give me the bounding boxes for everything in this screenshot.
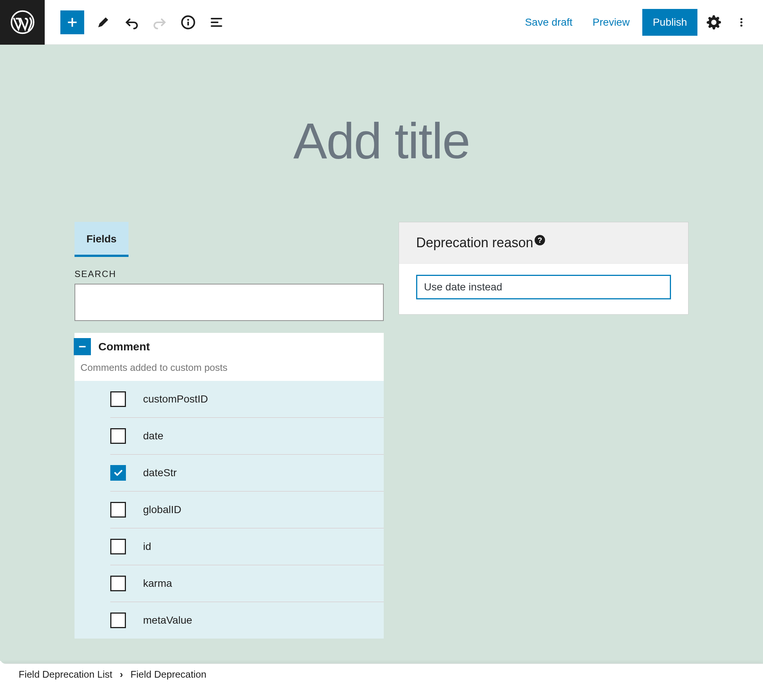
redo-icon xyxy=(152,15,167,30)
post-title-area[interactable]: Add title xyxy=(0,45,763,222)
svg-rect-6 xyxy=(79,346,86,347)
add-block-button[interactable] xyxy=(60,11,84,34)
field-group-description: Comments added to custom posts xyxy=(75,359,384,381)
field-checkbox[interactable] xyxy=(110,576,126,591)
deprecation-reason-input[interactable] xyxy=(416,275,671,299)
breadcrumb-current[interactable]: Field Deprecation xyxy=(130,669,207,680)
toolbar-left-group xyxy=(45,11,226,34)
gear-icon xyxy=(706,14,722,30)
save-draft-button[interactable]: Save draft xyxy=(517,9,580,36)
blocks-row: Fields SEARCH Comment Comments added to … xyxy=(0,222,763,639)
field-label: date xyxy=(143,430,163,442)
svg-point-2 xyxy=(187,19,189,20)
field-checkbox[interactable] xyxy=(110,391,126,407)
list-item: dateStr xyxy=(110,454,384,491)
collapse-toggle[interactable] xyxy=(74,338,91,355)
field-label: globalID xyxy=(143,504,182,516)
list-item: metaValue xyxy=(110,602,384,639)
field-label: customPostID xyxy=(143,393,208,405)
post-title-placeholder: Add title xyxy=(0,112,763,170)
editor-canvas: Add title Fields SEARCH Comment Comments… xyxy=(0,45,763,685)
check-icon xyxy=(113,468,123,478)
deprecation-reason-title: Deprecation reason xyxy=(416,235,533,251)
edit-mode-button[interactable] xyxy=(94,13,113,32)
plus-icon xyxy=(65,15,80,30)
editor-top-toolbar: Save draft Preview Publish xyxy=(0,0,763,45)
wordpress-icon xyxy=(11,10,34,34)
field-checkbox[interactable] xyxy=(110,465,126,481)
outline-button[interactable] xyxy=(207,13,226,32)
field-label: metaValue xyxy=(143,614,192,626)
field-checkbox[interactable] xyxy=(110,502,126,517)
minus-icon xyxy=(77,341,88,352)
field-checkbox[interactable] xyxy=(110,539,126,555)
field-label: karma xyxy=(143,578,172,589)
svg-point-3 xyxy=(740,18,743,20)
field-group: Comment Comments added to custom posts c… xyxy=(75,333,384,639)
list-item: date xyxy=(110,417,384,454)
settings-button[interactable] xyxy=(703,11,725,33)
list-item: id xyxy=(110,528,384,565)
svg-point-5 xyxy=(740,25,743,27)
breadcrumb: Field Deprecation List › Field Deprecati… xyxy=(0,664,763,685)
field-group-header: Comment xyxy=(75,333,384,359)
publish-button[interactable]: Publish xyxy=(642,9,697,36)
deprecation-reason-body xyxy=(399,264,688,314)
search-input[interactable] xyxy=(75,284,384,321)
tab-fields[interactable]: Fields xyxy=(75,222,128,257)
field-checkbox[interactable] xyxy=(110,612,126,628)
redo-button xyxy=(150,13,169,32)
search-label: SEARCH xyxy=(75,269,384,279)
more-options-button[interactable] xyxy=(730,11,752,33)
info-icon xyxy=(181,15,196,30)
toolbar-right-group: Save draft Preview Publish xyxy=(517,9,763,36)
search-section: SEARCH xyxy=(75,257,384,321)
deprecation-reason-header: Deprecation reason ? xyxy=(399,222,688,264)
list-item: globalID xyxy=(110,491,384,528)
chevron-right-icon: › xyxy=(120,669,123,680)
deprecation-reason-block: Deprecation reason ? xyxy=(399,222,688,315)
pencil-icon xyxy=(96,15,111,30)
field-checkbox[interactable] xyxy=(110,428,126,444)
kebab-icon xyxy=(736,14,747,30)
svg-point-4 xyxy=(740,21,743,23)
list-item: karma xyxy=(110,565,384,602)
field-label: id xyxy=(143,541,151,553)
breadcrumb-root[interactable]: Field Deprecation List xyxy=(19,669,112,680)
list-icon xyxy=(209,15,224,30)
undo-icon xyxy=(124,15,139,30)
preview-button[interactable]: Preview xyxy=(585,9,638,36)
field-label: dateStr xyxy=(143,467,177,479)
help-icon[interactable]: ? xyxy=(534,235,545,245)
fields-block: Fields SEARCH Comment Comments added to … xyxy=(75,222,384,639)
field-group-title: Comment xyxy=(98,340,150,353)
wordpress-logo[interactable] xyxy=(0,0,45,45)
list-item: customPostID xyxy=(110,381,384,417)
field-list: customPostIDdatedateStrglobalIDidkarmame… xyxy=(75,381,384,639)
info-button[interactable] xyxy=(179,13,197,32)
undo-button[interactable] xyxy=(122,13,141,32)
